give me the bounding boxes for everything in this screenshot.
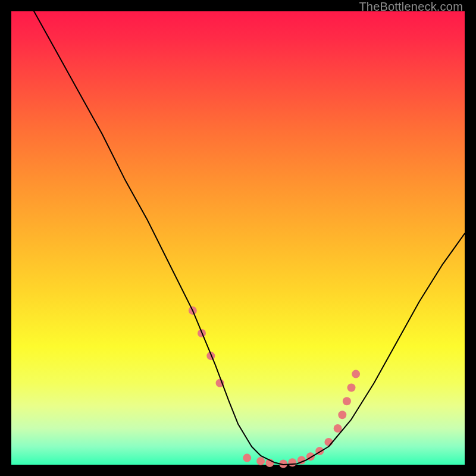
chart-frame — [11, 11, 465, 465]
chart-marker — [288, 458, 296, 466]
chart-svg — [11, 11, 465, 465]
chart-markers — [189, 306, 360, 468]
chart-marker — [338, 411, 346, 419]
chart-marker — [324, 438, 333, 446]
bottleneck-curve — [34, 11, 465, 465]
chart-marker — [243, 454, 251, 462]
chart-marker — [352, 370, 360, 378]
watermark-text: TheBottleneck.com — [359, 0, 463, 14]
chart-marker — [343, 397, 351, 405]
chart-marker — [347, 384, 356, 392]
chart-marker — [256, 457, 265, 465]
